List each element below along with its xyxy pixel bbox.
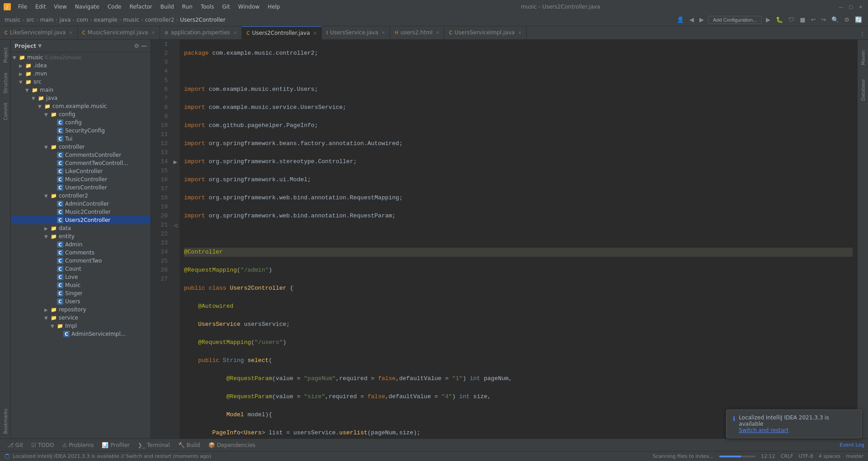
tree-item-main[interactable]: ▼ 📁 main [11, 86, 151, 94]
menu-help[interactable]: Help [264, 3, 283, 11]
menu-view[interactable]: View [50, 3, 70, 11]
tree-item-service-folder[interactable]: ▼ 📁 service [11, 314, 151, 322]
tree-item-commenttwocontroller[interactable]: C CommentTwoControll... [11, 159, 151, 167]
back-icon[interactable]: ◀ [688, 15, 695, 24]
user-icon[interactable]: 👤 [675, 15, 685, 24]
tree-item-users2controller[interactable]: C Users2Controller [11, 216, 151, 224]
menu-navigate[interactable]: Navigate [71, 3, 103, 11]
search-everywhere-icon[interactable]: 🔍 [830, 15, 840, 24]
tree-item-admin[interactable]: C Admin [11, 240, 151, 249]
tree-item-adminserviceimpl[interactable]: C AdminServiceImpl... [11, 330, 151, 338]
menu-build[interactable]: Build [157, 3, 178, 11]
tree-item-singer[interactable]: C Singer [11, 289, 151, 297]
update-icon[interactable]: 🔄 [854, 15, 863, 24]
panel-dropdown-icon[interactable]: ▼ [38, 43, 42, 49]
breadcrumb-current[interactable]: Users2Controller [180, 17, 225, 23]
code-editor[interactable]: package com.example.music.controller2; i… [179, 40, 857, 438]
notification-action-link[interactable]: Switch and restart [739, 427, 855, 433]
settings-icon[interactable]: ⚙ [843, 15, 851, 24]
bottom-tab-profiler[interactable]: 📊 Profiler [98, 441, 133, 450]
bottom-tab-problems[interactable]: ⚠ Problems [58, 441, 97, 450]
close-button[interactable]: ✕ [857, 3, 864, 10]
breadcrumb-music[interactable]: music [5, 17, 20, 23]
database-panel-toggle[interactable]: Database [858, 74, 868, 106]
tab-close-icon[interactable]: ✕ [382, 30, 385, 35]
run-icon[interactable]: ▶ [764, 15, 772, 24]
menu-edit[interactable]: Edit [32, 3, 49, 11]
tree-item-likecontroller[interactable]: C LikeController [11, 167, 151, 175]
tab-usersserviceimpl[interactable]: C UsersServiceImpl.java ✕ [444, 26, 526, 39]
event-log-label[interactable]: Event Log [840, 442, 864, 448]
tree-item-mvn[interactable]: ▶ 📁 .mvn [11, 70, 151, 78]
bookmarks-toggle[interactable]: Bookmarks [0, 408, 10, 435]
breadcrumb-src[interactable]: src [26, 17, 34, 23]
tabs-overflow-icon[interactable]: ⋮ [857, 29, 868, 39]
breadcrumb-controller2[interactable]: controller2 [145, 17, 175, 23]
tree-item-admincontroller[interactable]: C AdminController [11, 200, 151, 208]
menu-window[interactable]: Window [235, 3, 263, 11]
minimize-button[interactable]: — [837, 3, 844, 10]
debug-icon[interactable]: 🐛 [774, 15, 784, 24]
tree-item-impl-folder[interactable]: ▼ 📁 Impl [11, 322, 151, 330]
breadcrumb-java[interactable]: java [59, 17, 71, 23]
file-encoding[interactable]: UTF-8 [799, 453, 813, 459]
tree-item-data-folder[interactable]: ▶ 📁 data [11, 224, 151, 232]
menu-tools[interactable]: Tools [197, 3, 218, 11]
cursor-position[interactable]: 12:12 [761, 453, 775, 459]
tree-item-users-entity[interactable]: C Users [11, 297, 151, 306]
run-with-coverage-icon[interactable]: 🛡 [787, 15, 796, 24]
line-separator[interactable]: CRLF [781, 453, 793, 459]
structure-panel-toggle[interactable]: Structure [0, 70, 10, 97]
tree-item-tui[interactable]: C Tui [11, 135, 151, 143]
breadcrumb-music2[interactable]: music [123, 17, 139, 23]
tree-item-config-folder[interactable]: ▼ 📁 config [11, 110, 151, 118]
maximize-button[interactable]: □ [847, 3, 854, 10]
tree-item-config-class[interactable]: C config [11, 118, 151, 127]
tab-close-icon[interactable]: ✕ [313, 31, 317, 36]
commit-panel-toggle[interactable]: Commit [0, 98, 10, 125]
redo-icon[interactable]: ↪ [820, 15, 827, 24]
bottom-tab-terminal[interactable]: ❯_ Terminal [134, 441, 174, 450]
add-configuration-button[interactable]: Add Configuration... [708, 16, 762, 24]
bottom-tab-build[interactable]: 🔨 Build [175, 441, 204, 450]
tree-item-love[interactable]: C Love [11, 273, 151, 281]
tree-item-commenttwo[interactable]: C CommentTwo [11, 257, 151, 265]
tab-close-icon[interactable]: ✕ [69, 30, 72, 35]
breadcrumb-example[interactable]: example [94, 17, 118, 23]
breadcrumb-com[interactable]: com [76, 17, 88, 23]
menu-code[interactable]: Code [104, 3, 125, 11]
tree-item-com-example[interactable]: ▼ 📁 com.example.music [11, 102, 151, 110]
tab-usersservice[interactable]: I UsersService.java ✕ [322, 26, 390, 39]
breadcrumb-main[interactable]: main [40, 17, 54, 23]
tab-close-icon[interactable]: ✕ [436, 30, 439, 35]
panel-collapse-icon[interactable]: — [141, 42, 147, 49]
tree-item-music-entity[interactable]: C Music [11, 281, 151, 289]
tree-item-userscontroller[interactable]: C UsersController [11, 183, 151, 192]
tree-item-comments[interactable]: C Comments [11, 249, 151, 257]
tree-item-controller-folder[interactable]: ▼ 📁 controller [11, 143, 151, 151]
tab-application-properties[interactable]: ⚙ application.properties ✕ [160, 26, 242, 39]
tab-close-icon[interactable]: ✕ [518, 30, 521, 35]
tab-users2controller[interactable]: C Users2Controller.java ✕ [242, 26, 322, 39]
menu-run[interactable]: Run [179, 3, 196, 11]
indent-setting[interactable]: 4 spaces [819, 453, 841, 459]
tree-item-repository-folder[interactable]: ▶ 📁 repository [11, 306, 151, 314]
project-panel-toggle[interactable]: Project [0, 42, 10, 69]
menu-git[interactable]: Git [218, 3, 233, 11]
git-branch[interactable]: master [846, 453, 863, 459]
tree-item-securityconfig[interactable]: C SecurityConfig [11, 127, 151, 135]
menu-file[interactable]: File [14, 3, 31, 11]
tree-item-entity-folder[interactable]: ▼ 📁 entity [11, 232, 151, 240]
panel-settings-icon[interactable]: ⚙ [134, 42, 139, 49]
bottom-tab-dependencies[interactable]: 📦 Dependencies [205, 441, 259, 450]
tree-item-controller2-folder[interactable]: ▼ 📁 controller2 [11, 192, 151, 200]
tree-item-count[interactable]: C Count [11, 265, 151, 273]
bottom-tab-git[interactable]: ⎇ Git [4, 441, 27, 450]
menu-refactor[interactable]: Refactor [126, 3, 156, 11]
undo-icon[interactable]: ↩ [810, 15, 817, 24]
tab-likeserviceimpl[interactable]: C LikeServiceImpl.java ✕ [0, 26, 78, 39]
tree-item-music-root[interactable]: ▼ 📁 music E:\idea2\music [11, 53, 151, 61]
tree-item-src[interactable]: ▼ 📁 src [11, 78, 151, 86]
tab-users2html[interactable]: H users2.html ✕ [390, 26, 444, 39]
forward-icon[interactable]: ▶ [698, 15, 705, 24]
